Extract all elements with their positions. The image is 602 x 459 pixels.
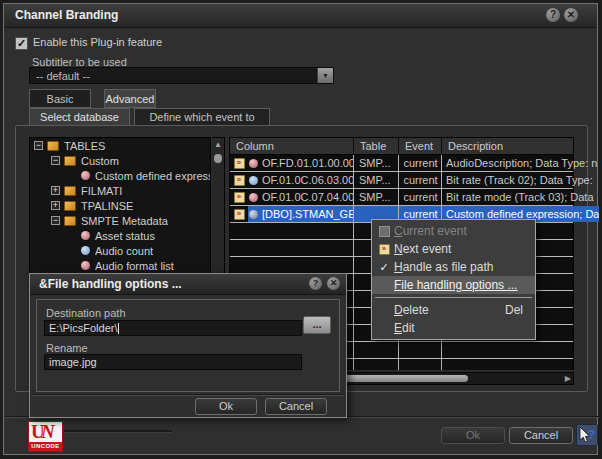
column-header-description[interactable]: Description bbox=[442, 138, 573, 154]
destination-path-input[interactable]: E:\PicsFolder\ bbox=[44, 320, 302, 336]
cell-column: [DBO].STMAN_GET... bbox=[248, 208, 354, 220]
chevron-down-icon[interactable]: ▼ bbox=[317, 68, 333, 83]
database-fields-tree[interactable]: −TABLES−CustomCustom defined expressic+F… bbox=[29, 137, 211, 284]
destination-path-label: Destination path bbox=[46, 307, 126, 319]
square-gray-icon bbox=[379, 226, 390, 237]
rename-value: image.jpg bbox=[49, 356, 97, 368]
row-gutter bbox=[230, 189, 248, 205]
enable-plugin-checkbox[interactable]: ✓ bbox=[15, 37, 28, 50]
tree-item-label: Custom defined expressic bbox=[95, 170, 211, 182]
cell-column: OF.01.0C.06.03.00.0... bbox=[248, 174, 354, 186]
dialog-help-icon[interactable]: ? bbox=[309, 277, 322, 290]
subtab-define-event[interactable]: Define which event to process bbox=[134, 108, 270, 126]
tree-item-smpte-metadata[interactable]: −SMPTE Metadata bbox=[30, 213, 210, 228]
dialog-title-bar[interactable]: &File handling options ... ? ✕ bbox=[30, 274, 346, 295]
menu-shortcut: Del bbox=[505, 303, 523, 317]
table-body[interactable]: OF.FD.01.01.00.00.0...SMP...currentAudio… bbox=[229, 155, 574, 223]
text-caret bbox=[118, 323, 119, 334]
cell-column-text: [DBO].STMAN_GET... bbox=[262, 208, 354, 220]
table-icon bbox=[64, 201, 76, 211]
dialog-ok-button[interactable]: Ok bbox=[195, 398, 257, 415]
table-icon bbox=[47, 141, 59, 151]
cell-event: current bbox=[399, 174, 442, 186]
dialog-separator bbox=[32, 394, 344, 396]
collapse-icon[interactable]: − bbox=[51, 156, 60, 165]
collapse-icon[interactable]: − bbox=[34, 141, 43, 150]
tree-item-audio-count[interactable]: Audio count bbox=[30, 243, 210, 258]
tree-item-custom-defined-expressic[interactable]: Custom defined expressic bbox=[30, 168, 210, 183]
tree-item-asset-status[interactable]: Asset status bbox=[30, 228, 210, 243]
row-arrow-icon bbox=[234, 209, 245, 220]
title-bar[interactable]: Channel Branding ? ✕ bbox=[4, 4, 597, 28]
dialog-close-icon[interactable]: ✕ bbox=[327, 277, 340, 290]
help-icon[interactable]: ? bbox=[546, 8, 560, 22]
tree-item-audio-format-list[interactable]: Audio format list bbox=[30, 258, 210, 273]
tree-scrollbar[interactable]: ▲ bbox=[212, 137, 225, 284]
sphere-pink-icon bbox=[81, 261, 90, 270]
cell-description: Bit rate mode (Track 03); Data bbox=[442, 191, 594, 203]
row-gutter bbox=[230, 206, 248, 222]
row-arrow-icon bbox=[234, 158, 245, 169]
cell-column-text: OF.01.0C.06.03.00.0... bbox=[262, 174, 354, 186]
dialog-title: &File handling options ... bbox=[39, 277, 182, 291]
cell-column: OF.01.0C.07.04.00.0... bbox=[248, 191, 354, 203]
subtitler-dropdown[interactable]: -- default -- ▼ bbox=[29, 67, 334, 84]
table-row[interactable]: OF.FD.01.01.00.00.0...SMP...currentAudio… bbox=[230, 155, 573, 172]
sphere-blue-icon bbox=[249, 176, 258, 185]
ok-button[interactable]: Ok bbox=[441, 427, 505, 444]
column-header-column[interactable]: Column bbox=[230, 138, 354, 154]
cell-table: SMP... bbox=[354, 157, 399, 169]
dialog-cancel-button[interactable]: Cancel bbox=[265, 398, 327, 415]
logo-band-text: UNCODE bbox=[29, 442, 62, 451]
row-arrow-icon bbox=[234, 192, 245, 203]
window-title: Channel Branding bbox=[15, 8, 118, 22]
table-row[interactable]: OF.01.0C.07.04.00.0...SMP...currentBit r… bbox=[230, 189, 573, 206]
table-icon bbox=[64, 156, 76, 166]
scroll-up-icon[interactable]: ▲ bbox=[212, 140, 224, 149]
file-handling-dialog: &File handling options ... ? ✕ Destinati… bbox=[29, 273, 347, 418]
expand-icon[interactable]: + bbox=[51, 186, 60, 195]
menu-item-edit[interactable]: Edit bbox=[372, 319, 535, 337]
tree-scrollbar-thumb[interactable] bbox=[214, 154, 222, 163]
column-header-event[interactable]: Event bbox=[399, 138, 442, 154]
collapse-icon[interactable]: − bbox=[51, 216, 60, 225]
destination-path-value: E:\PicsFolder\ bbox=[49, 322, 117, 334]
rename-input[interactable]: image.jpg bbox=[44, 354, 302, 370]
menu-item-label: Delete bbox=[394, 303, 505, 317]
table-row[interactable]: OF.01.0C.06.03.00.0...SMP...currentBit r… bbox=[230, 172, 573, 189]
row-body: OF.01.0C.07.04.00.0...SMP...currentBit r… bbox=[248, 189, 594, 205]
scroll-right-icon[interactable]: ▶ bbox=[565, 374, 571, 383]
tab-basic-settings[interactable]: Basic Settings bbox=[29, 89, 91, 108]
sphere-pink-icon bbox=[81, 171, 90, 180]
tree-item-filmati[interactable]: +FILMATI bbox=[30, 183, 210, 198]
cell-description: Bit rate (Track 02); Data Type: bbox=[442, 174, 593, 186]
tree-item-label: TPALINSE bbox=[81, 200, 133, 212]
tree-item-tpalinse[interactable]: +TPALINSE bbox=[30, 198, 210, 213]
close-icon[interactable]: ✕ bbox=[564, 8, 578, 22]
grid-vline bbox=[353, 155, 354, 370]
menu-item-handle-as-file-path[interactable]: ✓Handle as file path bbox=[372, 258, 535, 276]
cancel-button[interactable]: Cancel bbox=[509, 427, 573, 444]
tab-advanced[interactable]: Advanced bbox=[104, 89, 156, 108]
menu-item-file-handling-options[interactable]: File handling options ... bbox=[372, 276, 535, 294]
row-gutter bbox=[230, 155, 248, 171]
sphere-pink-icon bbox=[249, 193, 258, 202]
menu-item-current-event: Current event bbox=[372, 222, 535, 240]
menu-item-label: Edit bbox=[394, 321, 533, 335]
tree-item-label: Custom bbox=[81, 155, 119, 167]
expand-icon[interactable]: + bbox=[51, 201, 60, 210]
channel-branding-window: Channel Branding ? ✕ ✓ Enable this Plug-… bbox=[3, 3, 598, 455]
menu-item-delete[interactable]: DeleteDel bbox=[372, 301, 535, 319]
menu-item-next-event[interactable]: Next event bbox=[372, 240, 535, 258]
table-header[interactable]: ColumnTableEventDescription bbox=[229, 137, 574, 155]
cell-event: current bbox=[399, 157, 442, 169]
logo-letter-n: N bbox=[41, 421, 55, 443]
subtab-select-database-fields[interactable]: Select database fields bbox=[29, 108, 130, 126]
tree-item-custom[interactable]: −Custom bbox=[30, 153, 210, 168]
uncode-logo: U N UNCODE bbox=[28, 421, 63, 452]
sphere-pink-icon bbox=[81, 231, 90, 240]
browse-button[interactable]: ... bbox=[303, 316, 331, 334]
context-help-button[interactable]: ? bbox=[576, 424, 598, 446]
column-header-table[interactable]: Table bbox=[354, 138, 399, 154]
tree-item-tables[interactable]: −TABLES bbox=[30, 138, 210, 153]
